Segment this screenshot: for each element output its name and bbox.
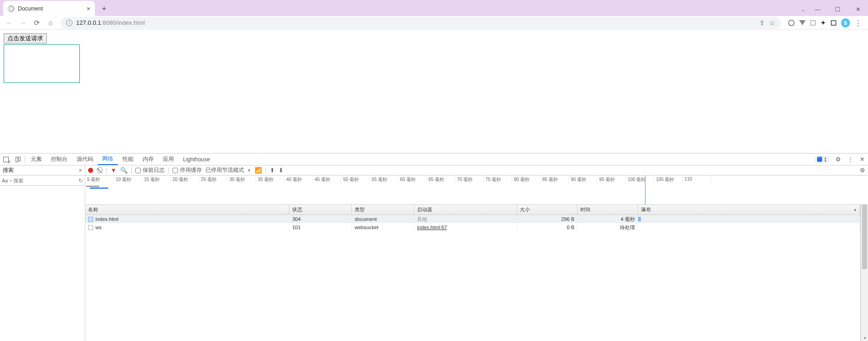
issues-count: 1 — [824, 157, 827, 162]
col-header-name[interactable]: 名称 — [85, 205, 289, 214]
tab-network[interactable]: 网络 — [98, 154, 118, 165]
search-icon[interactable]: 🔍 — [120, 167, 128, 174]
throttling-dropdown[interactable]: 已停用节流模式 ▼ — [206, 166, 251, 174]
timeline-tick: 80 毫秒 — [512, 176, 540, 184]
reload-button[interactable]: ⟳ — [30, 17, 43, 29]
col-header-size[interactable]: 大小 — [517, 205, 578, 214]
forward-button[interactable]: → — [17, 17, 29, 29]
search-input[interactable] — [13, 178, 77, 183]
initiator-link[interactable]: index.html:67 — [417, 225, 447, 230]
col-header-type[interactable]: 类型 — [352, 205, 414, 214]
minimize-button[interactable]: — — [807, 2, 828, 16]
url-text: 127.0.0.1:8080/index.html — [76, 19, 145, 26]
tab-sources[interactable]: 源代码 — [72, 154, 98, 165]
network-pane: ▼ 🔍 保留日志 停用缓存 已停用节流模式 ▼ 📶 ⬆ ⬇ ⚙ 5 毫秒10 毫… — [85, 165, 868, 341]
maximize-button[interactable]: ☐ — [828, 2, 848, 16]
request-type: websocket — [355, 225, 378, 230]
import-har-icon[interactable]: ⬆ — [270, 167, 275, 174]
extension-icons: ✦ S ⋮ — [785, 18, 865, 28]
timeline-segment — [90, 187, 108, 189]
table-header: 名称 状态 类型 启动器 大小 时间 瀑布▲ — [85, 205, 860, 215]
browser-menu-icon[interactable]: ⋮ — [855, 19, 862, 27]
inspect-element-icon[interactable] — [0, 154, 12, 165]
timeline-tick: 85 毫秒 — [540, 176, 569, 184]
extension-triangle-icon[interactable] — [799, 20, 806, 25]
tab-application[interactable]: 应用 — [158, 154, 178, 165]
match-case-toggle[interactable]: Aa — [2, 178, 8, 183]
divider — [266, 167, 266, 174]
filter-icon[interactable]: ▼ — [111, 167, 117, 174]
timeline-tick: 10 毫秒 — [114, 176, 142, 184]
extension-circle-icon[interactable] — [788, 20, 795, 26]
new-tab-button[interactable]: + — [98, 2, 111, 15]
table-row[interactable]: index.html304document其他296 B4 毫秒 — [85, 215, 860, 223]
tab-memory[interactable]: 内存 — [138, 154, 158, 165]
issues-badge[interactable]: 1 — [814, 156, 829, 163]
page-content: 点击发送请求 — [0, 30, 868, 153]
address-bar: ← → ⟳ ⌂ i 127.0.0.1:8080/index.html ⇪ ☆ … — [0, 16, 868, 30]
timeline-tick: 15 毫秒 — [142, 176, 171, 184]
devtools-tab-bar: 元素 控制台 源代码 网络 性能 内存 应用 Lighthouse 1 ⚙ ⋮ … — [0, 154, 868, 165]
timeline-tick: 95 毫秒 — [597, 176, 626, 184]
search-sidebar: 搜索 × Aa ● ↻ ⊘ — [0, 165, 85, 341]
request-type: document — [355, 216, 377, 222]
disable-cache-checkbox[interactable]: 停用缓存 — [172, 166, 202, 174]
export-har-icon[interactable]: ⬇ — [278, 167, 284, 174]
devtools-more-icon[interactable]: ⋮ — [844, 156, 856, 163]
vertical-scrollbar[interactable]: ▴ ▾ — [861, 205, 868, 341]
refresh-search-icon[interactable]: ↻ — [78, 177, 83, 184]
timeline-tick: 40 毫秒 — [284, 176, 313, 184]
share-icon[interactable]: ⇪ — [759, 19, 765, 27]
request-time: 4 毫秒 — [621, 216, 635, 223]
scrollbar-thumb[interactable] — [862, 205, 867, 269]
clear-button[interactable] — [97, 167, 103, 173]
tab-elements[interactable]: 元素 — [26, 154, 46, 165]
globe-icon — [8, 6, 14, 12]
table-row[interactable]: ws101websocketindex.html:670 B待处理 — [85, 223, 860, 231]
timeline-tick: 105 毫秒 — [654, 176, 683, 184]
close-tab-icon[interactable]: × — [87, 5, 90, 12]
col-header-status[interactable]: 状态 — [289, 205, 352, 214]
record-button[interactable] — [88, 168, 93, 173]
devtools-settings-icon[interactable]: ⚙ — [832, 156, 844, 163]
side-panel-icon[interactable] — [831, 20, 836, 26]
request-name: index.html — [95, 216, 118, 222]
devtools-panel: 元素 控制台 源代码 网络 性能 内存 应用 Lighthouse 1 ⚙ ⋮ … — [0, 153, 868, 341]
devtools-close-icon[interactable]: ✕ — [856, 156, 868, 163]
network-settings-icon[interactable]: ⚙ — [860, 167, 865, 174]
send-request-button[interactable]: 点击发送请求 — [4, 33, 47, 44]
chevron-down-icon[interactable]: ⌄ — [801, 6, 806, 13]
browser-tab[interactable]: Document × — [3, 1, 95, 16]
tab-performance[interactable]: 性能 — [118, 154, 138, 165]
scroll-down-icon[interactable]: ▾ — [861, 335, 868, 341]
timeline-segment — [86, 186, 99, 187]
search-close-icon[interactable]: × — [78, 167, 82, 174]
regex-toggle[interactable]: ● — [10, 179, 11, 182]
search-input-row: Aa ● ↻ ⊘ — [0, 176, 85, 186]
extension-square-icon[interactable] — [810, 20, 816, 26]
timeline-tick: 65 毫秒 — [427, 176, 455, 184]
preserve-log-checkbox[interactable]: 保留日志 — [135, 166, 165, 174]
device-toggle-icon[interactable] — [12, 154, 24, 165]
profile-avatar[interactable]: S — [841, 18, 850, 28]
search-header: 搜索 × — [0, 165, 85, 176]
tab-console[interactable]: 控制台 — [46, 154, 72, 165]
close-window-button[interactable]: ✕ — [848, 2, 868, 16]
home-button[interactable]: ⌂ — [44, 17, 57, 29]
browser-titlebar: Document × + ⌄ — ☐ ✕ — [0, 0, 868, 16]
output-box — [4, 44, 80, 83]
timeline-tick: 110 — [683, 176, 711, 184]
col-header-initiator[interactable]: 启动器 — [414, 205, 517, 214]
tab-lighthouse[interactable]: Lighthouse — [178, 154, 215, 165]
bookmark-icon[interactable]: ☆ — [769, 19, 775, 27]
col-header-waterfall[interactable]: 瀑布▲ — [638, 205, 860, 214]
network-conditions-icon[interactable]: 📶 — [255, 167, 262, 174]
back-button[interactable]: ← — [3, 17, 16, 29]
site-info-icon[interactable]: i — [66, 20, 72, 26]
waterfall-bar — [638, 217, 641, 221]
omnibox[interactable]: i 127.0.0.1:8080/index.html ⇪ ☆ — [61, 17, 781, 29]
col-header-time[interactable]: 时间 — [578, 205, 638, 214]
extensions-icon[interactable]: ✦ — [820, 19, 826, 27]
timeline-overview[interactable]: 5 毫秒10 毫秒15 毫秒20 毫秒25 毫秒30 毫秒35 毫秒40 毫秒4… — [85, 176, 868, 205]
timeline-tick: 35 毫秒 — [256, 176, 284, 184]
